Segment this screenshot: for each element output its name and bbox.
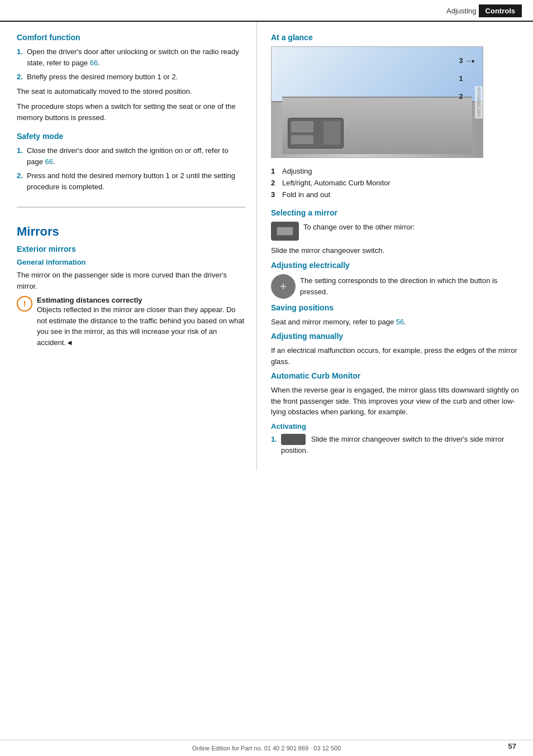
right-column: At a glance — [257, 22, 533, 471]
comfort-function-title: Comfort function — [17, 33, 245, 42]
footer-text: Online Edition for Part no. 01 40 2 901 … — [192, 745, 341, 752]
badge-row-1: 1 — [459, 75, 475, 83]
header-adjusting-label: Adjusting — [446, 7, 476, 15]
comfort-para-2: The procedure stops when a switch for se… — [17, 101, 245, 123]
safety-step-2-text: Press and hold the desired memory button… — [27, 170, 245, 192]
main-content: Comfort function 1. Open the driver's do… — [0, 22, 533, 471]
adjust-electric-icon — [271, 274, 296, 299]
warning-text: Objects reflected in the mirror are clos… — [37, 304, 245, 348]
comfort-step-2: 2. Briefly press the desired memory butt… — [17, 71, 245, 83]
safety-step-num-2: 2. — [17, 170, 25, 192]
safety-step-num-1: 1. — [17, 145, 25, 167]
legend-item-2: 2 Left/right, Automatic Curb Monitor — [271, 178, 522, 189]
comfort-step-1: 1. Open the driver's door after unlockin… — [17, 46, 245, 68]
automatic-curb-monitor-section: Automatic Curb Monitor When the reverse … — [271, 371, 522, 418]
number-badges: 3 →● 1 2 — [459, 57, 475, 101]
warning-box: ! Estimating distances correctly Objects… — [17, 296, 245, 348]
legend-item-3: 3 Fold in and out — [271, 189, 522, 201]
activating-title: Activating — [271, 422, 522, 430]
selecting-mirror-desc: To change over to the other mirror: — [303, 223, 415, 231]
switch-graphic — [277, 227, 293, 236]
activating-switch-icon — [281, 434, 306, 445]
safety-step-1: 1. Close the driver's door and switch th… — [17, 145, 245, 167]
adjusting-manually-title: Adjusting manually — [271, 332, 522, 341]
page-header: Adjusting Controls — [0, 0, 533, 22]
control-btn-2 — [291, 135, 313, 144]
adjusting-electrically-row: The setting corresponds to the direction… — [271, 274, 522, 299]
warning-content: Estimating distances correctly Objects r… — [37, 296, 245, 348]
header-controls-label: Controls — [479, 4, 522, 17]
activating-step-1-text: Slide the mirror changeover switch to th… — [281, 435, 504, 455]
badge-row-3: 3 →● — [459, 57, 475, 65]
saving-positions-text: Seat and mirror memory, refer to page 56… — [271, 317, 522, 328]
legend-item-1: 1 Adjusting — [271, 166, 522, 178]
activating-step-1: 1. Slide the mirror changeover switch to… — [271, 434, 522, 456]
badge-label-1: 1 — [459, 75, 463, 83]
activating-step-num-1: 1. — [271, 434, 279, 456]
door-panel-bg — [272, 47, 483, 157]
mirror-switch-icon — [271, 222, 299, 241]
exterior-mirrors-section: Exterior mirrors — [17, 245, 245, 253]
adjusting-electrically-text: The setting corresponds to the direction… — [300, 275, 522, 297]
automatic-curb-monitor-text: When the reverse gear is engaged, the mi… — [271, 385, 522, 418]
comfort-step-2-text: Briefly press the desired memory button … — [27, 71, 178, 83]
comfort-step-1-text: Open the driver's door after unlocking o… — [27, 46, 245, 68]
door-lower — [282, 97, 472, 154]
badge-arrow-3: →● — [465, 58, 475, 64]
badge-label-2: 2 — [459, 93, 463, 101]
general-information-section: General information The mirror on the pa… — [17, 258, 245, 348]
safety-step-2: 2. Press and hold the desired memory but… — [17, 170, 245, 192]
selecting-mirror-text: To change over to the other mirror: — [303, 222, 522, 233]
comfort-para-1: The seat is automatically moved to the s… — [17, 86, 245, 97]
mirror-diagram-image: 3 →● 1 2 MV0606CMA — [271, 46, 483, 158]
warning-title: Estimating distances correctly — [37, 296, 245, 304]
adjusting-manually-section: Adjusting manually If an electrical malf… — [271, 332, 522, 367]
legend-num-3: 3 — [271, 189, 279, 201]
warning-icon: ! — [17, 296, 32, 312]
arrow-v — [283, 284, 284, 289]
page-number: 57 — [508, 742, 516, 750]
arrows-symbol — [278, 281, 289, 292]
adjusting-electrically-title: Adjusting electrically — [271, 261, 522, 270]
page-container: Adjusting Controls Comfort function 1. O… — [0, 0, 533, 756]
legend-label-2: Left/right, Automatic Curb Monitor — [282, 178, 391, 189]
legend-num-1: 1 — [271, 166, 279, 178]
selecting-mirror-section: Selecting a mirror To change over to the… — [271, 208, 522, 256]
selecting-mirror-title: Selecting a mirror — [271, 208, 522, 217]
saving-positions-section: Saving positions Seat and mirror memory,… — [271, 303, 522, 328]
safety-mode-section: Safety mode 1. Close the driver's door a… — [17, 132, 245, 192]
control-btn-1 — [291, 121, 313, 132]
legend-num-2: 2 — [271, 178, 279, 189]
door-controls-block — [288, 118, 344, 149]
step-num-2: 2. — [17, 71, 25, 83]
selecting-mirror-para: To change over to the other mirror: — [303, 222, 522, 233]
left-column: Comfort function 1. Open the driver's do… — [0, 22, 257, 471]
page-footer: Online Edition for Part no. 01 40 2 901 … — [0, 740, 533, 756]
saving-positions-link[interactable]: 56 — [396, 318, 404, 326]
general-info-para: The mirror on the passenger side is more… — [17, 270, 245, 291]
badge-label-3: 3 — [459, 57, 463, 65]
safety-link-66[interactable]: 66 — [45, 157, 53, 166]
exterior-mirrors-title: Exterior mirrors — [17, 245, 245, 253]
comfort-function-section: Comfort function 1. Open the driver's do… — [17, 33, 245, 123]
adjusting-manually-text: If an electrical malfunction occurs, for… — [271, 345, 522, 367]
selecting-mirror-instruction: Slide the mirror changeover switch. — [271, 245, 522, 256]
selecting-mirror-row: To change over to the other mirror: — [271, 222, 522, 241]
general-information-title: General information — [17, 258, 245, 266]
activating-step-1-content: Slide the mirror changeover switch to th… — [281, 434, 522, 456]
step-num-1: 1. — [17, 46, 25, 68]
mirrors-title: Mirrors — [17, 224, 245, 239]
safety-step-1-text: Close the driver's door and switch the i… — [27, 145, 245, 167]
saving-positions-title: Saving positions — [271, 303, 522, 312]
at-a-glance-title: At a glance — [271, 33, 522, 42]
control-btn-3 — [323, 121, 340, 145]
image-legend: 1 Adjusting 2 Left/right, Automatic Curb… — [271, 166, 522, 200]
adjusting-electrically-section: Adjusting electrically The setting corre… — [271, 261, 522, 299]
safety-mode-title: Safety mode — [17, 132, 245, 141]
mirrors-section-divider — [17, 207, 245, 213]
comfort-link-66[interactable]: 66 — [90, 59, 98, 67]
activating-section: Activating 1. Slide the mirror changeove… — [271, 422, 522, 456]
at-a-glance-section: At a glance — [271, 33, 522, 200]
badge-row-2: 2 — [459, 93, 475, 101]
legend-label-3: Fold in and out — [282, 189, 330, 201]
